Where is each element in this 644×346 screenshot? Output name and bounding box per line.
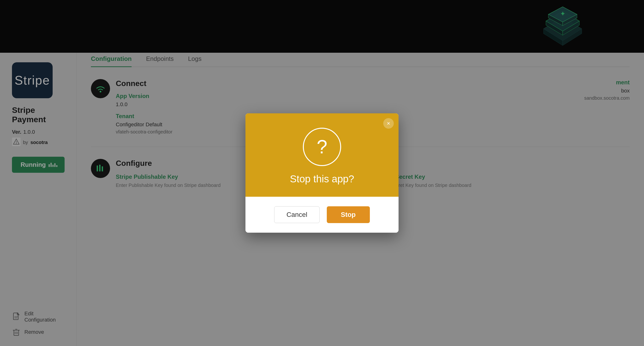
question-circle: ? xyxy=(303,128,341,166)
modal-actions: Cancel Stop xyxy=(246,197,398,233)
stop-button[interactable]: Stop xyxy=(327,206,370,223)
question-mark-icon: ? xyxy=(317,137,328,156)
modal-close-button[interactable]: × xyxy=(383,118,394,129)
modal-title: Stop this app? xyxy=(290,173,354,185)
stop-app-modal: × ? Stop this app? Cancel Stop xyxy=(246,113,398,233)
modal-overlay: × ? Stop this app? Cancel Stop xyxy=(0,0,644,346)
cancel-button[interactable]: Cancel xyxy=(274,206,319,223)
close-icon: × xyxy=(387,120,390,127)
modal-header: × ? Stop this app? xyxy=(246,113,398,197)
